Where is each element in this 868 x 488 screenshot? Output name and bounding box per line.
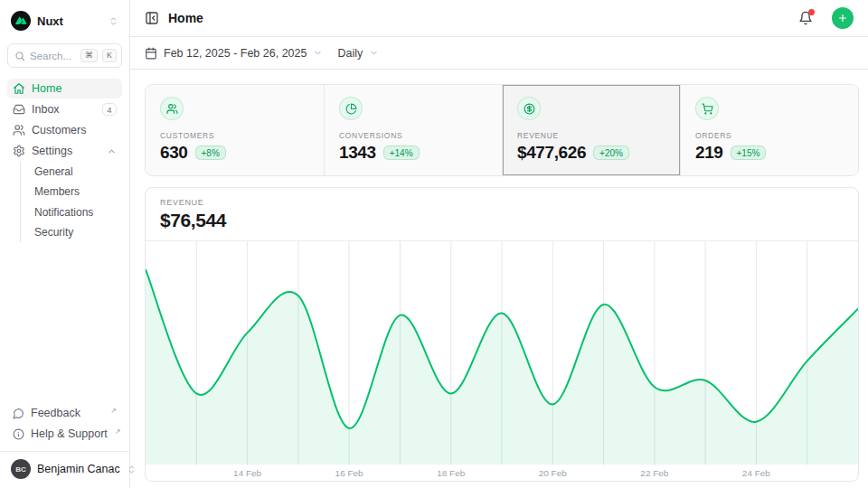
kbd-k: K: [102, 49, 117, 62]
sidebar-item-members[interactable]: Members: [21, 183, 122, 202]
dollar-icon: [517, 97, 541, 120]
stat-change-badge: +14%: [383, 145, 420, 160]
pie-chart-icon: [339, 97, 363, 120]
stat-card-revenue[interactable]: REVENUE $477,626 +20%: [502, 85, 680, 175]
svg-text:20 Feb: 20 Feb: [539, 468, 567, 478]
user-name: Benjamin Canac: [37, 463, 120, 475]
sidebar-item-label: Customers: [32, 124, 117, 136]
workspace-switcher[interactable]: Nuxt: [7, 9, 122, 33]
sidebar-footer-links: Feedback ↗ Help & Support ↗: [7, 403, 122, 444]
stat-label: ORDERS: [695, 131, 844, 140]
sidebar-item-label: Inbox: [32, 103, 96, 116]
kbd-meta: ⌘: [80, 49, 98, 62]
home-icon: [13, 82, 25, 95]
help-support-link[interactable]: Help & Support ↗: [7, 424, 122, 444]
chevron-down-icon: [369, 48, 379, 58]
stat-label: CONVERSIONS: [339, 131, 487, 140]
sidebar: Nuxt Search... ⌘ K Home: [0, 0, 130, 488]
stat-value: 630: [160, 143, 188, 163]
collapse-sidebar-icon[interactable]: [145, 11, 159, 25]
add-button[interactable]: [832, 7, 854, 29]
message-circle-icon: [13, 408, 24, 419]
notification-dot: [808, 9, 815, 15]
sidebar-item-security[interactable]: Security: [21, 223, 122, 243]
sidebar-item-customers[interactable]: Customers: [7, 120, 122, 140]
sub-item-label: Notifications: [34, 206, 93, 219]
sidebar-item-inbox[interactable]: Inbox 4: [7, 99, 122, 119]
sidebar-item-notifications[interactable]: Notifications: [21, 202, 122, 222]
avatar: BC: [11, 459, 31, 479]
stat-change-badge: +8%: [195, 145, 226, 160]
gear-icon: [13, 145, 25, 157]
sidebar-item-label: Home: [32, 82, 117, 95]
stat-card-customers[interactable]: CUSTOMERS 630 +8%: [146, 85, 324, 175]
search-icon: [14, 51, 25, 61]
svg-text:16 Feb: 16 Feb: [335, 468, 363, 478]
svg-text:18 Feb: 18 Feb: [437, 468, 465, 478]
sidebar-nav: Home Inbox 4 Customers Settings: [7, 79, 122, 242]
plus-icon: [837, 13, 848, 23]
page-title: Home: [168, 11, 785, 25]
chart-header: REVENUE $76,544: [146, 188, 858, 241]
stat-label: REVENUE: [517, 131, 665, 140]
external-link-icon: ↗: [115, 427, 121, 436]
footer-link-label: Help & Support: [31, 427, 108, 440]
stat-value: 1343: [339, 143, 376, 163]
dashboard-content: CUSTOMERS 630 +8% CONVERSIONS 1343 +14%: [130, 70, 868, 488]
sidebar-item-general[interactable]: General: [21, 162, 122, 182]
period-value: Daily: [337, 47, 363, 60]
inbox-count-badge: 4: [102, 103, 117, 116]
stats-grid: CUSTOMERS 630 +8% CONVERSIONS 1343 +14%: [145, 84, 859, 176]
nuxt-logo-icon: [11, 11, 31, 31]
chart-total-value: $76,544: [160, 210, 844, 231]
footer-link-label: Feedback: [31, 407, 103, 419]
app-window: Nuxt Search... ⌘ K Home: [0, 0, 868, 488]
notifications-button[interactable]: [794, 6, 817, 30]
sub-item-label: General: [34, 165, 73, 178]
stat-card-orders[interactable]: ORDERS 219 +15%: [680, 85, 858, 175]
date-range-value: Feb 12, 2025 - Feb 26, 2025: [164, 47, 307, 60]
chevron-up-icon: [107, 146, 117, 156]
sub-item-label: Security: [34, 226, 73, 239]
inbox-icon: [13, 103, 25, 116]
chevron-up-down-icon: [108, 16, 118, 26]
sidebar-item-settings[interactable]: Settings: [7, 141, 122, 161]
svg-text:22 Feb: 22 Feb: [640, 468, 668, 478]
filters-toolbar: Feb 12, 2025 - Feb 26, 2025 Daily: [130, 37, 868, 70]
search-placeholder: Search...: [30, 51, 76, 61]
workspace-name: Nuxt: [37, 14, 102, 28]
settings-sub-list: General Members Notifications Security: [20, 162, 122, 242]
cart-icon: [695, 97, 719, 120]
revenue-area-chart: 14 Feb16 Feb18 Feb20 Feb22 Feb24 Feb: [146, 241, 858, 481]
sidebar-spacer: [7, 242, 122, 403]
info-circle-icon: [13, 428, 24, 440]
search-input[interactable]: Search... ⌘ K: [7, 43, 122, 68]
stat-card-conversions[interactable]: CONVERSIONS 1343 +14%: [324, 85, 502, 175]
sidebar-item-label: Settings: [32, 145, 100, 157]
stat-change-badge: +15%: [731, 145, 767, 160]
date-range-picker[interactable]: Feb 12, 2025 - Feb 26, 2025: [145, 47, 323, 60]
users-icon: [13, 124, 25, 136]
sub-item-label: Members: [34, 185, 80, 198]
stat-value: 219: [695, 143, 723, 163]
sidebar-item-home[interactable]: Home: [7, 79, 122, 99]
revenue-chart-card: REVENUE $76,544 14 Feb16 Feb18 Feb20 Feb…: [145, 187, 859, 482]
chart-overline: REVENUE: [160, 198, 844, 207]
stat-label: CUSTOMERS: [160, 131, 309, 140]
page-header: Home: [130, 0, 868, 37]
external-link-icon: ↗: [110, 407, 117, 415]
calendar-icon: [145, 47, 157, 60]
stat-change-badge: +20%: [593, 145, 629, 160]
svg-text:24 Feb: 24 Feb: [742, 468, 770, 478]
user-menu[interactable]: BC Benjamin Canac: [7, 452, 122, 481]
main-panel: Home Feb 12, 2025 - Feb 26, 2025 Daily: [130, 0, 868, 488]
feedback-link[interactable]: Feedback ↗: [7, 403, 122, 423]
svg-text:14 Feb: 14 Feb: [233, 468, 261, 478]
period-select[interactable]: Daily: [337, 47, 379, 60]
chevron-down-icon: [313, 48, 323, 58]
stat-value: $477,626: [517, 143, 586, 163]
users-icon: [160, 97, 184, 120]
